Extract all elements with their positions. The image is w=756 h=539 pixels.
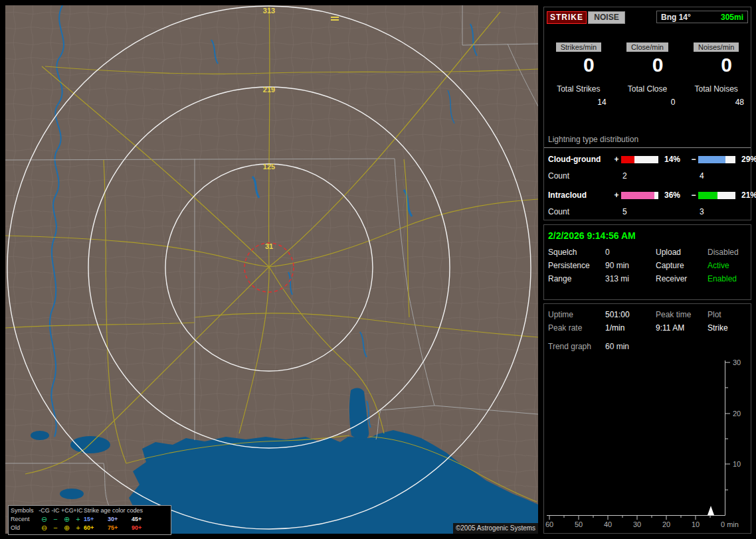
x-tick-30: 30: [633, 520, 641, 528]
bearing-label: Bng 14°: [661, 13, 691, 22]
cg-negative-bar: [698, 156, 735, 163]
total-noises-label: Total Noises: [682, 84, 751, 94]
strikes-per-min-value: 0: [544, 54, 613, 76]
persistence-value: 90 min: [605, 261, 656, 270]
intracloud-label: Intracloud: [548, 191, 612, 200]
trend-panel: Uptime 501:00 Peak time Plot Peak rate 1…: [543, 303, 751, 534]
plot-label: Plot: [708, 310, 751, 319]
squelch-label: Squelch: [548, 248, 605, 257]
count-label: Count: [548, 171, 612, 181]
x-tick-0min: 0 min: [721, 520, 739, 528]
recent-pos-ic-symbol: +: [72, 515, 84, 524]
trend-tick-labels: 30 20 10 60 50 40 30 20 10 0 min: [545, 358, 741, 528]
total-strikes-label: Total Strikes: [544, 84, 613, 94]
y-tick-20: 20: [733, 410, 741, 418]
copyright-bar: ©2005 Astrogenic Systems: [453, 523, 538, 534]
bearing-box: Bng 14° 305mi: [656, 11, 748, 23]
ic-negative-bar: [698, 192, 735, 199]
cloud-ground-row: Cloud-ground + 14% − 29%: [544, 155, 751, 164]
strike-toggle-button[interactable]: STRIKE: [547, 11, 587, 24]
old-neg-cg-symbol: ⊖: [39, 524, 50, 532]
strikes-column: Strikes/min 0 Total Strikes 14: [544, 42, 613, 107]
map-view[interactable]: 313 219 125 31: [5, 5, 538, 534]
cloud-ground-counts: Count 2 4: [544, 171, 751, 181]
plot-mode-value: Strike: [708, 323, 751, 333]
legend-col-pos-ic: +IC: [72, 506, 84, 515]
datetime-display: 2/2/2026 9:14:56 AM: [544, 225, 751, 246]
ring-label-31: 31: [265, 242, 273, 250]
legend-age-title: Strike age color codes: [84, 506, 163, 515]
stats-panel: STRIKE NOISE Bng 14° 305mi Strikes/min 0…: [543, 7, 751, 220]
trend-axes: [547, 360, 730, 520]
legend-row-recent: Recent: [11, 515, 39, 524]
ic-positive-pct: 36%: [661, 191, 689, 200]
ic-negative-count: 3: [698, 207, 738, 216]
plus-sign: +: [612, 191, 621, 200]
status-row: Persistence 90 min Capture Active: [544, 259, 751, 272]
noises-per-min-button[interactable]: Noises/min: [694, 42, 739, 52]
cg-positive-pct: 14%: [661, 155, 689, 164]
noises-column: Noises/min 0 Total Noises 48: [682, 42, 751, 107]
minus-sign: −: [689, 155, 698, 164]
receiver-label: Receiver: [656, 274, 708, 283]
ic-positive-bar: [621, 192, 658, 199]
cloud-ground-label: Cloud-ground: [548, 155, 612, 164]
plus-sign: +: [612, 155, 621, 164]
count-label: Count: [548, 207, 612, 216]
trend-graph-row: Trend graph 60 min: [544, 340, 751, 353]
x-tick-50: 50: [575, 520, 583, 528]
ring-label-313: 313: [263, 7, 275, 15]
minus-sign: −: [689, 191, 698, 200]
intracloud-row: Intracloud + 36% − 21%: [544, 191, 751, 200]
distribution-title: Lightning type distribution: [544, 131, 751, 148]
old-pos-ic-symbol: +: [72, 524, 84, 532]
y-tick-30: 30: [733, 358, 741, 366]
uptime-label: Uptime: [548, 310, 605, 319]
recent-neg-cg-symbol: ⊖: [39, 515, 50, 524]
receiver-status: Enabled: [708, 274, 751, 283]
close-column: Close/min 0 Total Close 0: [613, 42, 682, 107]
lightning-distribution: Lightning type distribution Cloud-ground…: [544, 131, 751, 216]
noises-per-min-value: 0: [682, 54, 751, 76]
uptime-value: 501:00: [605, 310, 656, 319]
age-30plus: 30+: [108, 515, 132, 524]
map-legend: Symbols -CG -IC +CG +IC Strike age color…: [8, 505, 171, 535]
age-15plus: 15+: [84, 515, 108, 524]
upload-label: Upload: [656, 248, 708, 257]
peak-time-label: Peak time: [656, 310, 708, 319]
cg-positive-count: 2: [621, 171, 661, 181]
status-row: Range 313 mi Receiver Enabled: [544, 272, 751, 285]
peak-rate-label: Peak rate: [548, 323, 605, 333]
x-tick-60: 60: [545, 520, 553, 528]
ring-label-125: 125: [263, 163, 275, 171]
total-noises-value: 48: [682, 98, 751, 107]
x-tick-20: 20: [662, 520, 670, 528]
status-panel: 2/2/2026 9:14:56 AM Squelch 0 Upload Dis…: [543, 224, 751, 300]
age-45plus: 45+: [132, 515, 163, 524]
ring-label-219: 219: [263, 86, 275, 94]
legend-col-pos-cg: +CG: [61, 506, 72, 515]
uptime-row: Uptime 501:00 Peak time Plot: [544, 308, 751, 321]
recent-pos-cg-symbol: ⊕: [61, 515, 72, 524]
x-tick-10: 10: [692, 520, 700, 528]
noise-toggle-button[interactable]: NOISE: [588, 11, 625, 24]
legend-row-old: Old: [11, 524, 39, 532]
legend-symbols-header: Symbols: [11, 506, 39, 515]
trend-graph-label: Trend graph: [548, 342, 605, 351]
cg-negative-pct: 29%: [738, 155, 756, 164]
ic-positive-count: 5: [621, 207, 661, 216]
strike-rate-spike: [708, 506, 714, 515]
bearing-distance: 305mi: [721, 13, 743, 22]
peak-time-value: 9:11 AM: [656, 323, 708, 333]
cg-positive-bar: [621, 156, 658, 163]
range-label: Range: [548, 274, 605, 283]
old-pos-cg-symbol: ⊕: [61, 524, 72, 532]
persistence-label: Persistence: [548, 261, 605, 270]
range-value: 313 mi: [605, 274, 656, 283]
strikes-per-min-button[interactable]: Strikes/min: [556, 42, 601, 52]
close-per-min-button[interactable]: Close/min: [626, 42, 668, 52]
total-close-value: 0: [613, 98, 682, 107]
intracloud-counts: Count 5 3: [544, 207, 751, 216]
rate-columns: Strikes/min 0 Total Strikes 14 Close/min…: [544, 42, 751, 107]
legend-col-neg-cg: -CG: [39, 506, 50, 515]
